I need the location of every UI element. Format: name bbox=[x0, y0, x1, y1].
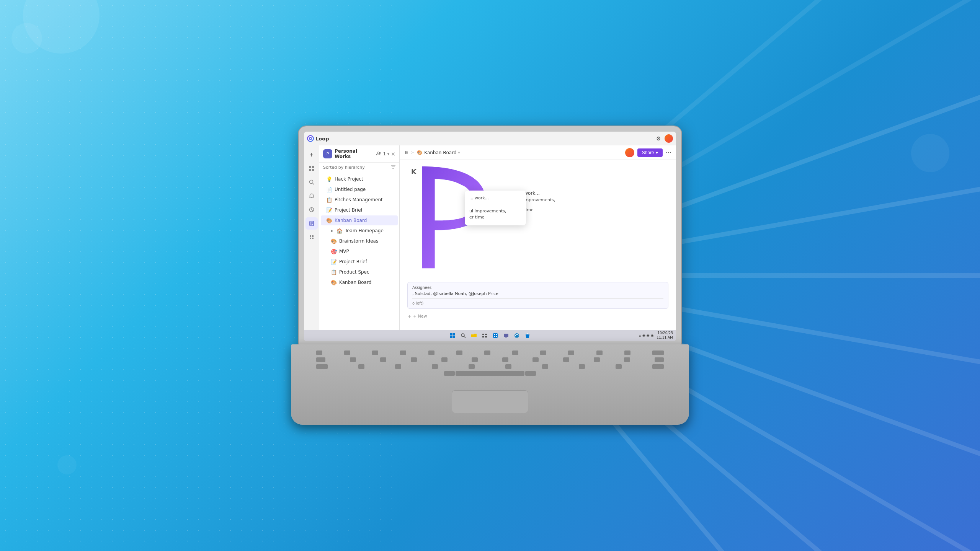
nav-item-brainstorm[interactable]: 🎨 Brainstorm Ideas bbox=[321, 236, 398, 246]
svg-rect-35 bbox=[496, 334, 497, 335]
user-avatar[interactable] bbox=[665, 134, 673, 143]
svg-rect-4 bbox=[309, 169, 311, 171]
touchpad[interactable] bbox=[452, 390, 528, 413]
svg-line-7 bbox=[312, 183, 314, 185]
sorted-bar: Sorted by hierarchy bbox=[319, 163, 399, 172]
taskbar-date: 10/20/25 bbox=[657, 331, 673, 336]
key bbox=[502, 357, 508, 362]
svg-rect-26 bbox=[453, 336, 455, 338]
svg-rect-36 bbox=[494, 336, 495, 337]
key bbox=[652, 350, 664, 355]
popup-divider bbox=[469, 205, 521, 205]
keyboard-keys bbox=[314, 348, 666, 378]
sidebar-icon-search[interactable] bbox=[305, 176, 318, 188]
nav-item-hack-project[interactable]: 💡 Hack Project bbox=[321, 174, 398, 184]
key bbox=[652, 364, 664, 369]
nav-item-kanban[interactable]: 🎨 Kanban Board bbox=[321, 215, 398, 225]
key bbox=[579, 364, 585, 369]
popup-card: ... work... ul improvements, er time bbox=[465, 191, 526, 225]
key bbox=[512, 350, 518, 355]
nav-label-project-brief-1: Project Brief bbox=[335, 207, 363, 213]
workspace-menu-icon[interactable]: ▾ bbox=[387, 152, 390, 156]
kanban-subtitle-1: ul improvements, bbox=[518, 197, 668, 202]
taskbar: ∧ ◉ ◉ ◉ 10/20/25 11:11 AM bbox=[304, 330, 676, 341]
sidebar-icon-pages[interactable] bbox=[305, 217, 318, 230]
taskbar-taskview[interactable] bbox=[481, 332, 488, 339]
taskbar-chat[interactable] bbox=[502, 332, 510, 339]
key bbox=[594, 357, 600, 362]
key bbox=[542, 364, 548, 369]
page-title-chevron: ▾ bbox=[458, 150, 460, 155]
key bbox=[411, 357, 417, 362]
nav-label-product-spec: Product Spec bbox=[339, 269, 369, 275]
filter-icon[interactable] bbox=[391, 165, 395, 170]
key bbox=[655, 357, 664, 362]
nav-item-team-homepage[interactable]: ▶ 🏠 Team Homepage bbox=[321, 226, 398, 236]
icon-sidebar: + bbox=[304, 145, 319, 330]
taskbar-search[interactable] bbox=[459, 332, 467, 339]
sidebar-icon-recent[interactable] bbox=[305, 204, 318, 216]
key bbox=[616, 364, 622, 369]
keyboard-row-2 bbox=[316, 357, 664, 362]
new-row-icon: + bbox=[407, 313, 412, 319]
nav-item-project-brief-2[interactable]: 📝 Project Brief bbox=[321, 257, 398, 267]
more-options-button[interactable]: ··· bbox=[666, 149, 671, 156]
sidebar-icon-notifications[interactable] bbox=[305, 190, 318, 202]
key bbox=[350, 357, 356, 362]
key bbox=[469, 364, 475, 369]
key bbox=[358, 364, 364, 369]
svg-rect-37 bbox=[496, 336, 497, 337]
sidebar-header: P Personal Works 1 bbox=[319, 145, 399, 163]
key bbox=[505, 364, 511, 369]
nav-label-kanban: Kanban Board bbox=[335, 218, 367, 223]
nav-label-kanban-2: Kanban Board bbox=[339, 280, 371, 285]
key bbox=[372, 350, 378, 355]
share-button[interactable]: Share ▾ bbox=[637, 148, 663, 157]
svg-rect-33 bbox=[493, 333, 498, 338]
svg-rect-24 bbox=[453, 333, 455, 336]
taskbar-edge[interactable] bbox=[513, 332, 521, 339]
main-layout: + bbox=[304, 145, 676, 330]
taskbar-widgets[interactable] bbox=[492, 332, 499, 339]
taskbar-sys-icons: ∧ ◉ ◉ ◉ bbox=[639, 334, 654, 337]
member-count: 1 bbox=[383, 152, 386, 156]
content-scroll: K ... work... ul improvements, bbox=[400, 160, 676, 330]
nav-item-pitches[interactable]: 📋 Pitches Management bbox=[321, 195, 398, 205]
key bbox=[484, 350, 490, 355]
svg-rect-2 bbox=[309, 166, 311, 168]
key bbox=[563, 357, 569, 362]
key bbox=[624, 350, 630, 355]
nav-item-project-brief-1[interactable]: 📝 Project Brief bbox=[321, 205, 398, 215]
svg-rect-15 bbox=[310, 238, 311, 239]
svg-rect-38 bbox=[504, 334, 508, 337]
key bbox=[540, 350, 546, 355]
taskbar-store[interactable] bbox=[524, 332, 531, 339]
nav-item-mvp[interactable]: 🎯 MVP bbox=[321, 246, 398, 256]
sidebar-icon-components[interactable] bbox=[305, 231, 318, 243]
popup-text-1: ... work... bbox=[469, 195, 521, 202]
key bbox=[344, 350, 350, 355]
settings-icon[interactable]: ⚙ bbox=[655, 135, 662, 142]
workspace-close-icon[interactable]: × bbox=[391, 151, 395, 157]
nav-item-untitled[interactable]: 📄 Untitled page bbox=[321, 184, 398, 194]
key bbox=[380, 357, 386, 362]
nav-item-kanban-2[interactable]: 🎨 Kanban Board bbox=[321, 277, 398, 287]
taskbar-explorer[interactable] bbox=[470, 332, 478, 339]
taskbar-windows[interactable] bbox=[449, 332, 456, 339]
sidebar-icon-new[interactable]: + bbox=[305, 148, 318, 161]
laptop: Loop ⚙ + bbox=[299, 126, 681, 425]
sidebar-icon-workspace[interactable] bbox=[305, 162, 318, 174]
app-title: Loop bbox=[315, 136, 329, 142]
page-title-breadcrumb: Kanban Board bbox=[424, 150, 456, 155]
svg-rect-34 bbox=[494, 334, 495, 335]
nav-label-brainstorm: Brainstorm Ideas bbox=[339, 238, 378, 244]
nav-item-product-spec[interactable]: 📋 Product Spec bbox=[321, 267, 398, 277]
keyboard-row-3 bbox=[316, 364, 664, 369]
titlebar-controls: ⚙ bbox=[655, 134, 673, 143]
nav-icon-project-brief-1: 📝 bbox=[326, 207, 332, 213]
laptop-lid: Loop ⚙ + bbox=[299, 126, 681, 344]
nav-icon-pitches: 📋 bbox=[326, 197, 332, 203]
key bbox=[316, 350, 322, 355]
nav-icon-mvp: 🎯 bbox=[331, 248, 337, 254]
key bbox=[444, 371, 455, 376]
